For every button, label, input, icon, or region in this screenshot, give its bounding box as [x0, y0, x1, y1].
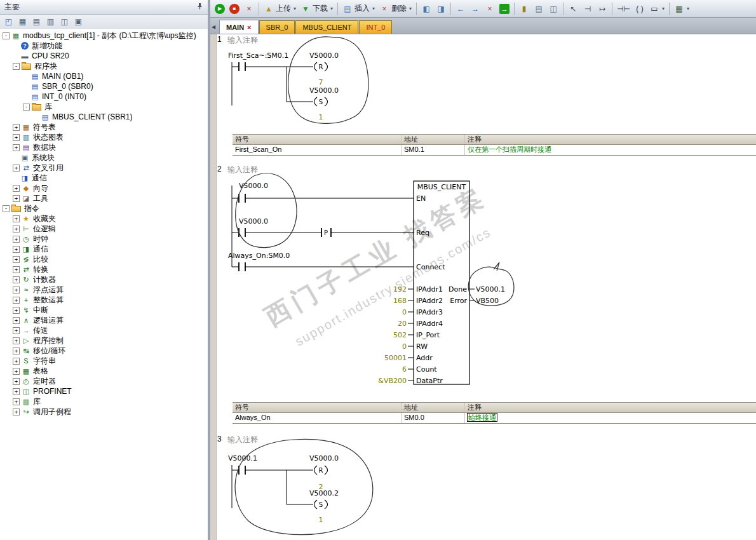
properties-button[interactable]: ▤: [532, 3, 546, 15]
expand-icon[interactable]: +: [13, 266, 20, 273]
tree-item[interactable]: ◨通信: [0, 173, 208, 183]
tab-sbr_0[interactable]: SBR_0: [259, 20, 295, 34]
clear-button[interactable]: ×: [483, 3, 497, 15]
tree-item[interactable]: -库: [0, 102, 208, 112]
tree-item[interactable]: ?新增功能: [0, 41, 208, 51]
tree-item[interactable]: +▷程序控制: [0, 335, 208, 346]
tree-item[interactable]: +★收藏夹: [0, 213, 208, 224]
stop-button[interactable]: ■: [227, 3, 241, 15]
insert-button[interactable]: ▤插入▾: [341, 2, 377, 15]
tree-item[interactable]: +▦符号表: [0, 122, 208, 132]
contact-en[interactable]: V5000.0: [232, 182, 414, 203]
param-value[interactable]: 0: [402, 342, 407, 351]
expand-icon[interactable]: +: [13, 215, 20, 222]
expand-icon[interactable]: +: [13, 348, 20, 354]
column-header-address[interactable]: 地址: [402, 403, 465, 412]
expand-icon[interactable]: +: [13, 317, 20, 324]
tree-item[interactable]: +▦表格: [0, 366, 208, 376]
coil-reset[interactable]: V5000.0 R 2: [309, 454, 339, 491]
tab-main[interactable]: MAIN×: [219, 20, 259, 34]
symbol-cell[interactable]: Always_On: [233, 413, 402, 423]
column-header-comment[interactable]: 注释: [465, 135, 756, 144]
contact-req[interactable]: V5000.0: [232, 217, 321, 237]
contact-v5000-1[interactable]: V5000.1: [228, 454, 313, 475]
tree-item[interactable]: +∧逻辑运算: [0, 315, 208, 325]
new-window-button[interactable]: ◫: [546, 3, 560, 15]
tab-mbus_client[interactable]: MBUS_CLIENT: [295, 20, 358, 34]
tree-item[interactable]: +↻计数器: [0, 274, 208, 285]
expand-icon[interactable]: +: [13, 185, 20, 192]
function-block-mbus-client[interactable]: MBUS_CLIENT EN Req Connect IPAddr1 IPAdd…: [414, 181, 469, 385]
dropdown-arrow-icon[interactable]: ▾: [372, 6, 375, 11]
run-button[interactable]: ▶: [213, 3, 227, 15]
selected-comment[interactable]: 始终接通: [468, 414, 497, 421]
download-button[interactable]: ▼下载▾: [299, 2, 335, 15]
tree-item[interactable]: -指令: [0, 203, 208, 213]
insert-box-button[interactable]: ▭▾: [647, 3, 666, 15]
tree-item[interactable]: +◪工具: [0, 193, 208, 203]
tree-item[interactable]: +↯中断: [0, 305, 208, 315]
previous-button[interactable]: ←: [454, 3, 468, 15]
tree-item[interactable]: ▣系统块: [0, 152, 208, 163]
view-chart-icon[interactable]: ◫: [59, 17, 70, 27]
tree-item[interactable]: +S字符串: [0, 356, 208, 366]
expand-icon[interactable]: +: [13, 408, 20, 415]
tree-item[interactable]: +≶比较: [0, 254, 208, 264]
tree-item[interactable]: +↹移位/循环: [0, 346, 208, 356]
pin-icon[interactable]: [196, 3, 203, 11]
expand-icon[interactable]: +: [13, 368, 20, 375]
bookmark-button[interactable]: ◧: [419, 3, 433, 15]
coil-reset[interactable]: V5000.0 R 7: [309, 51, 339, 86]
tree-item[interactable]: +→传送: [0, 325, 208, 335]
view-data-icon[interactable]: ▥: [45, 17, 56, 27]
expand-icon[interactable]: +: [13, 124, 20, 131]
param-value[interactable]: 50001: [384, 354, 407, 362]
tab-scroll-left-icon[interactable]: ◀: [212, 24, 219, 30]
compile-button[interactable]: ×: [242, 3, 256, 15]
view-project-icon[interactable]: ◰: [3, 17, 14, 27]
expand-icon[interactable]: +: [13, 134, 20, 141]
box-output-values[interactable]: V5000.1 VB500: [469, 285, 505, 305]
tree-item[interactable]: +↪调用子例程: [0, 407, 208, 417]
tree-item[interactable]: -▦modbus_tcp_client[1] - 副本 (D:\工程\京博\up…: [0, 30, 208, 41]
box-input-values[interactable]: 192 168 0 20 502 0 50001 6 &VB200: [378, 285, 414, 385]
dropdown-arrow-icon[interactable]: ▾: [662, 6, 665, 11]
expand-icon[interactable]: +: [13, 307, 20, 314]
view-status-icon[interactable]: ▤: [31, 17, 42, 27]
network-comment[interactable]: 输入注释: [227, 435, 258, 445]
param-value[interactable]: 20: [398, 320, 407, 328]
expand-icon[interactable]: +: [13, 276, 20, 283]
upload-button[interactable]: ▲上传▾: [262, 2, 298, 15]
contact-first-scan[interactable]: First_Sca~:SM0.1: [228, 51, 313, 71]
ladder-view-button[interactable]: ▦▾: [672, 3, 691, 15]
comment-cell[interactable]: 始终接通: [465, 413, 756, 423]
column-header-symbol[interactable]: 符号: [233, 403, 402, 412]
tree-item[interactable]: +≈浮点运算: [0, 285, 208, 295]
expand-icon[interactable]: +: [13, 388, 20, 395]
coil-set[interactable]: V5000.2 S 1: [309, 489, 339, 524]
next-button[interactable]: →: [468, 3, 482, 15]
insert-coil-button[interactable]: ( ): [633, 3, 647, 15]
expand-icon[interactable]: +: [13, 256, 20, 263]
protect-button[interactable]: ▮: [517, 3, 531, 15]
expand-icon[interactable]: +: [13, 195, 20, 202]
tree-item[interactable]: +◫PROFINET: [0, 386, 208, 396]
expand-icon[interactable]: +: [13, 226, 20, 233]
address-cell[interactable]: SM0.1: [402, 145, 465, 155]
expand-icon[interactable]: +: [13, 378, 20, 385]
tree-item[interactable]: +◨通信: [0, 244, 208, 254]
expand-icon[interactable]: +: [13, 327, 20, 334]
tree-item[interactable]: ▤INT_0 (INT0): [0, 91, 208, 102]
comment-cell[interactable]: 仅在第一个扫描周期时接通: [465, 145, 756, 155]
param-value[interactable]: 168: [393, 297, 407, 305]
address-cell[interactable]: SM0.0: [402, 413, 465, 423]
tree-item[interactable]: ▬CPU SR20: [0, 51, 208, 61]
column-header-comment[interactable]: 注释: [465, 403, 756, 412]
column-header-symbol[interactable]: 符号: [233, 135, 402, 144]
jump-tool-button[interactable]: ↦: [595, 3, 609, 15]
output-operand[interactable]: V5000.1: [476, 285, 505, 294]
network-comment[interactable]: 输入注释: [227, 35, 258, 46]
param-value[interactable]: 6: [402, 365, 407, 374]
tree-item[interactable]: ▤MAIN (OB1): [0, 71, 208, 81]
tree-item[interactable]: +▥状态图表: [0, 132, 208, 142]
